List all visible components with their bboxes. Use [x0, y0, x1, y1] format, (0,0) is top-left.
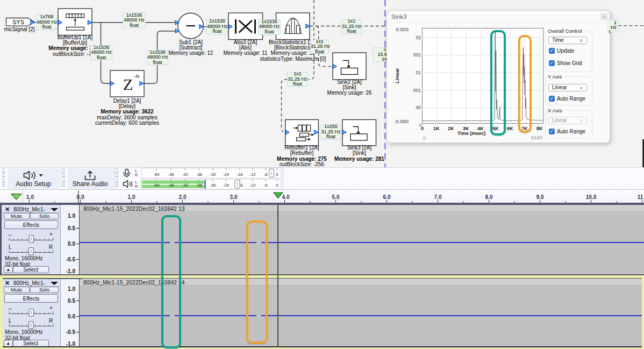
svg-text:-6: -6: [264, 172, 268, 177]
svg-text:L: L: [135, 169, 138, 173]
svg-text:4.0: 4.0: [282, 194, 290, 200]
svg-text:L: L: [9, 244, 12, 250]
svg-text:–: –: [9, 305, 12, 311]
svg-text:0: 0: [276, 172, 278, 177]
svg-text:1.0: 1.0: [26, 194, 34, 200]
svg-text:Z: Z: [123, 75, 133, 93]
svg-text:9.0: 9.0: [536, 194, 544, 200]
svg-text:-42: -42: [182, 183, 188, 188]
svg-text:-6: -6: [264, 183, 268, 188]
svg-text:-36: -36: [196, 183, 202, 188]
svg-text:8.0: 8.0: [485, 194, 493, 200]
svg-text:11: 11: [638, 194, 643, 200]
svg-text:Share Audio: Share Audio: [72, 180, 108, 187]
svg-text:-12: -12: [250, 172, 256, 177]
svg-text:-48: -48: [168, 183, 174, 188]
svg-text:10.0: 10.0: [586, 194, 597, 200]
svg-text:L: L: [9, 318, 12, 324]
svg-text:-42: -42: [182, 172, 188, 177]
svg-text:R: R: [49, 244, 53, 250]
svg-text:-18: -18: [237, 172, 243, 177]
svg-text:–: –: [9, 232, 12, 238]
svg-text:-48: -48: [168, 172, 174, 177]
svg-text:0: 0: [276, 183, 278, 188]
svg-text:+: +: [49, 305, 53, 311]
svg-text:6.0: 6.0: [383, 194, 391, 200]
svg-text:3.0: 3.0: [230, 194, 238, 200]
svg-text:R: R: [135, 173, 138, 177]
svg-text:-24: -24: [223, 183, 229, 188]
svg-text:2.0: 2.0: [179, 194, 187, 200]
svg-text:-24: -24: [223, 172, 229, 177]
svg-text:-30: -30: [210, 172, 216, 177]
svg-text:-30: -30: [210, 183, 216, 188]
svg-text:0.0: 0.0: [77, 194, 84, 200]
svg-text:-12: -12: [250, 183, 256, 188]
svg-text:-36: -36: [196, 172, 202, 177]
svg-text:L: L: [135, 180, 138, 184]
svg-text:7.0: 7.0: [434, 194, 442, 200]
svg-text:Audio Setup: Audio Setup: [16, 180, 51, 187]
svg-text:R: R: [49, 318, 53, 324]
svg-text:-54: -54: [154, 172, 160, 177]
svg-text:+: +: [49, 231, 53, 237]
svg-text:-N: -N: [134, 73, 139, 79]
svg-text:R: R: [135, 184, 138, 188]
svg-text:5.0: 5.0: [332, 194, 340, 200]
svg-text:-54: -54: [154, 183, 160, 188]
svg-text:1.0: 1.0: [128, 194, 135, 200]
